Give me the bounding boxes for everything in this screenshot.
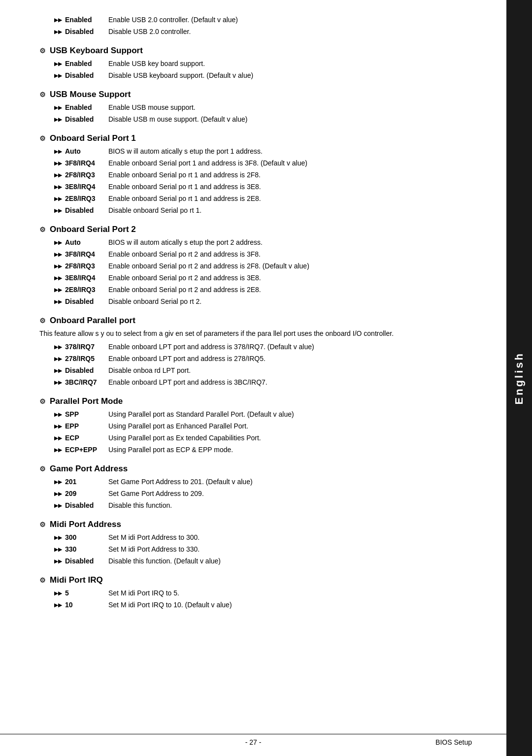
option-item: ECPUsing Parallel port as Ex tended Capa… xyxy=(54,433,457,443)
option-key: 3E8/IRQ4 xyxy=(54,182,108,192)
option-key: 3F8/IRQ4 xyxy=(54,158,108,168)
option-key: SPP xyxy=(54,409,108,420)
option-desc: Disable this function. (Default v alue) xyxy=(108,556,457,566)
option-desc: Enable onboard LPT port and address is 3… xyxy=(108,342,457,352)
section-title-text-parallel-port-mode: Parallel Port Mode xyxy=(50,396,123,406)
option-key: ECP xyxy=(54,433,108,443)
option-key: Disabled xyxy=(54,114,108,125)
section-title-onboard-serial-port-1: ⚙Onboard Serial Port 1 xyxy=(39,133,457,143)
option-key: Disabled xyxy=(54,296,108,307)
page-container: Enabled Enable USB 2.0 controller. (Defa… xyxy=(0,0,532,756)
option-item: 3E8/IRQ4Enable onboard Serial po rt 2 an… xyxy=(54,273,457,283)
option-key: EPP xyxy=(54,421,108,431)
top-option-enabled-desc: Enable USB 2.0 controller. (Default v al… xyxy=(108,15,457,25)
option-desc: Disable onboard Serial po rt 1. xyxy=(108,205,457,216)
option-key: 201 xyxy=(54,477,108,487)
section-title-text-usb-mouse-support: USB Mouse Support xyxy=(50,90,131,99)
option-desc: Enable USB mouse support. xyxy=(108,102,457,113)
option-item: AutoBIOS w ill autom atically s etup the… xyxy=(54,237,457,248)
option-item: 278/IRQ5Enable onboard LPT port and addr… xyxy=(54,354,457,364)
option-item: DisabledDisable this function. xyxy=(54,500,457,511)
option-item: EnabledEnable USB key board support. xyxy=(54,59,457,69)
option-list-midi-port-irq: 5Set M idi Port IRQ to 5.10Set M idi Por… xyxy=(54,588,457,610)
section-icon-onboard-serial-port-2: ⚙ xyxy=(39,226,46,233)
top-option-enabled: Enabled Enable USB 2.0 controller. (Defa… xyxy=(54,15,457,25)
option-key: 209 xyxy=(54,489,108,499)
page-footer: - 27 - BIOS Setup xyxy=(0,734,506,746)
option-key: 2E8/IRQ3 xyxy=(54,194,108,204)
option-desc: Enable onboard Serial po rt 2 and addres… xyxy=(108,285,457,295)
option-desc: Enable onboard LPT port and address is 3… xyxy=(108,377,457,388)
option-key: Disabled xyxy=(54,70,108,81)
option-key: 5 xyxy=(54,588,108,598)
option-desc: Enable onboard Serial port 1 and address… xyxy=(108,158,457,168)
section-icon-midi-port-address: ⚙ xyxy=(39,521,46,528)
top-option-disabled-desc: Disable USB 2.0 controller. xyxy=(108,27,457,37)
option-desc: Enable USB key board support. xyxy=(108,59,457,69)
section-title-game-port-address: ⚙Game Port Address xyxy=(39,464,457,474)
top-option-disabled: Disabled Disable USB 2.0 controller. xyxy=(54,27,457,37)
option-desc: Using Parallel port as ECP & EPP mode. xyxy=(108,445,457,455)
section-icon-game-port-address: ⚙ xyxy=(39,465,46,473)
section-icon-onboard-parallel-port: ⚙ xyxy=(39,317,46,325)
option-key: 2F8/IRQ3 xyxy=(54,261,108,271)
section-usb-keyboard-support: ⚙USB Keyboard SupportEnabledEnable USB k… xyxy=(39,46,457,81)
option-desc: Set M idi Port IRQ to 5. xyxy=(108,588,457,598)
section-onboard-serial-port-2: ⚙Onboard Serial Port 2AutoBIOS w ill aut… xyxy=(39,225,457,307)
option-desc: Enable onboard Serial po rt 1 and addres… xyxy=(108,194,457,204)
option-desc: Set M idi Port Address to 300. xyxy=(108,532,457,543)
option-item: EnabledEnable USB mouse support. xyxy=(54,102,457,113)
top-option-enabled-key: Enabled xyxy=(54,15,108,25)
option-item: 3F8/IRQ4Enable onboard Serial po rt 2 an… xyxy=(54,249,457,260)
section-parallel-port-mode: ⚙Parallel Port ModeSPPUsing Parallel por… xyxy=(39,396,457,455)
section-icon-usb-mouse-support: ⚙ xyxy=(39,91,46,99)
option-key: 330 xyxy=(54,544,108,555)
option-item: 2F8/IRQ3Enable onboard Serial po rt 2 an… xyxy=(54,261,457,271)
option-desc: Set M idi Port IRQ to 10. (Default v alu… xyxy=(108,600,457,610)
option-desc: Enable onboard Serial po rt 1 and addres… xyxy=(108,170,457,180)
main-content: Enabled Enable USB 2.0 controller. (Defa… xyxy=(0,0,506,756)
section-midi-port-irq: ⚙Midi Port IRQ5Set M idi Port IRQ to 5.1… xyxy=(39,575,457,610)
section-game-port-address: ⚙Game Port Address201Set Game Port Addre… xyxy=(39,464,457,511)
section-title-text-midi-port-irq: Midi Port IRQ xyxy=(50,575,103,585)
option-item: 378/IRQ7Enable onboard LPT port and addr… xyxy=(54,342,457,352)
option-desc: Disable USB m ouse support. (Default v a… xyxy=(108,114,457,125)
option-list-usb-keyboard-support: EnabledEnable USB key board support.Disa… xyxy=(54,59,457,81)
option-list-onboard-serial-port-1: AutoBIOS w ill autom atically s etup the… xyxy=(54,146,457,216)
option-key: 378/IRQ7 xyxy=(54,342,108,352)
section-title-text-onboard-serial-port-2: Onboard Serial Port 2 xyxy=(50,225,136,234)
option-item: EPPUsing Parallel port as Enhanced Paral… xyxy=(54,421,457,431)
option-item: 3F8/IRQ4Enable onboard Serial port 1 and… xyxy=(54,158,457,168)
option-item: 330Set M idi Port Address to 330. xyxy=(54,544,457,555)
option-key: Disabled xyxy=(54,205,108,216)
option-item: 5Set M idi Port IRQ to 5. xyxy=(54,588,457,598)
option-key: ECP+EPP xyxy=(54,445,108,455)
footer-bios-label: BIOS Setup xyxy=(435,738,472,746)
option-item: AutoBIOS w ill autom atically s etup the… xyxy=(54,146,457,157)
option-item: SPPUsing Parallel port as Standard Paral… xyxy=(54,409,457,420)
option-key: Enabled xyxy=(54,102,108,113)
option-item: 2E8/IRQ3Enable onboard Serial po rt 1 an… xyxy=(54,194,457,204)
option-desc: Set Game Port Address to 209. xyxy=(108,489,457,499)
section-title-midi-port-irq: ⚙Midi Port IRQ xyxy=(39,575,457,585)
option-item: 3E8/IRQ4Enable onboard Serial po rt 1 an… xyxy=(54,182,457,192)
section-title-text-usb-keyboard-support: USB Keyboard Support xyxy=(50,46,143,56)
option-item: DisabledDisable onboard Serial po rt 2. xyxy=(54,296,457,307)
section-title-text-onboard-parallel-port: Onboard Parallel port xyxy=(50,316,135,326)
option-key: 2E8/IRQ3 xyxy=(54,285,108,295)
option-key: 3BC/IRQ7 xyxy=(54,377,108,388)
option-item: 2F8/IRQ3Enable onboard Serial po rt 1 an… xyxy=(54,170,457,180)
option-item: 201Set Game Port Address to 201. (Defaul… xyxy=(54,477,457,487)
option-key: 2F8/IRQ3 xyxy=(54,170,108,180)
section-onboard-serial-port-1: ⚙Onboard Serial Port 1AutoBIOS w ill aut… xyxy=(39,133,457,216)
option-desc: Disable USB keyboard support. (Default v… xyxy=(108,70,457,81)
option-item: DisabledDisable onboa rd LPT port. xyxy=(54,365,457,376)
option-desc: Set Game Port Address to 201. (Default v… xyxy=(108,477,457,487)
option-list-game-port-address: 201Set Game Port Address to 201. (Defaul… xyxy=(54,477,457,511)
option-list-midi-port-address: 300Set M idi Port Address to 300.330Set … xyxy=(54,532,457,566)
option-key: Auto xyxy=(54,237,108,248)
option-desc: Enable onboard Serial po rt 2 and addres… xyxy=(108,273,457,283)
option-desc: Using Parallel port as Standard Parallel… xyxy=(108,409,457,420)
option-key: 278/IRQ5 xyxy=(54,354,108,364)
section-midi-port-address: ⚙Midi Port Address300Set M idi Port Addr… xyxy=(39,520,457,566)
